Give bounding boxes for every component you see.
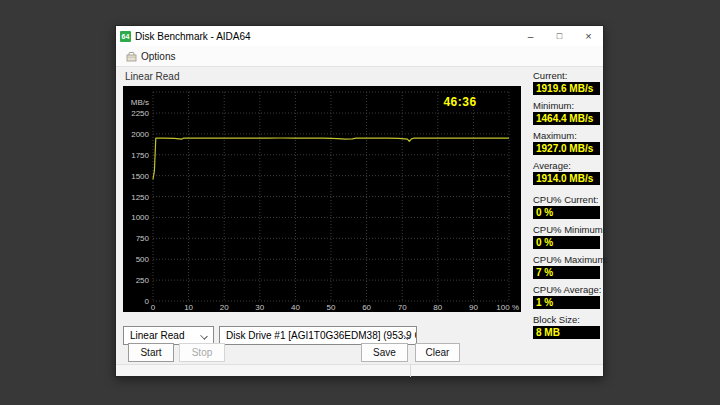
y-tick-label: 250 bbox=[136, 276, 150, 285]
close-button[interactable]: × bbox=[574, 26, 603, 46]
benchmark-content: Linear Read 2250200017501500125010007505… bbox=[116, 67, 603, 376]
benchmark-type-select-value: Linear Read bbox=[130, 330, 184, 341]
clear-button[interactable]: Clear bbox=[415, 343, 460, 362]
save-button[interactable]: Save bbox=[361, 343, 408, 362]
x-tick-label: 10 bbox=[184, 303, 193, 312]
y-tick-label: 750 bbox=[136, 234, 150, 243]
stat-label: CPU% Maximum: bbox=[533, 254, 600, 265]
x-tick-label: 100 % bbox=[496, 303, 519, 312]
y-tick-label: 1750 bbox=[131, 151, 149, 160]
benchmark-type-label: Linear Read bbox=[125, 71, 179, 82]
start-button[interactable]: Start bbox=[128, 343, 174, 362]
stat-group: CPU% Minimum:0 % bbox=[533, 224, 600, 249]
stat-label: CPU% Current: bbox=[533, 194, 600, 205]
chart-svg: 2250200017501500125010007505002500MB/s01… bbox=[123, 86, 521, 312]
x-tick-label: 70 bbox=[398, 303, 407, 312]
x-tick-label: 80 bbox=[433, 303, 442, 312]
stat-group: Minimum:1464.4 MB/s bbox=[533, 100, 600, 125]
stat-value-box: 1464.4 MB/s bbox=[533, 112, 600, 125]
stat-label: Minimum: bbox=[533, 100, 600, 111]
x-tick-label: 0 bbox=[151, 303, 156, 312]
stat-label: CPU% Average: bbox=[533, 284, 600, 295]
aida64-app-icon: 64 bbox=[120, 31, 131, 42]
status-bar-divider bbox=[410, 365, 411, 377]
disk-drive-select-value: Disk Drive #1 [AGI1T0G36EDM38] (953.9 GB… bbox=[226, 330, 417, 341]
stat-group: Average:1914.0 MB/s bbox=[533, 160, 600, 185]
title-bar[interactable]: 64 Disk Benchmark - AIDA64 – □ × bbox=[116, 26, 603, 46]
stat-value-box: 1927.0 MB/s bbox=[533, 142, 600, 155]
y-tick-label: 1500 bbox=[131, 172, 149, 181]
menu-bar: Options bbox=[116, 46, 603, 67]
stat-group: Current:1919.6 MB/s bbox=[533, 70, 600, 95]
stat-value-box: 0 % bbox=[533, 236, 600, 249]
stat-group: Maximum:1927.0 MB/s bbox=[533, 130, 600, 155]
window-title: Disk Benchmark - AIDA64 bbox=[135, 31, 251, 42]
disk-benchmark-window: 64 Disk Benchmark - AIDA64 – □ × Options… bbox=[115, 25, 604, 377]
stat-value-box: 1919.6 MB/s bbox=[533, 82, 600, 95]
menu-options-label: Options bbox=[141, 51, 175, 62]
y-tick-label: 500 bbox=[136, 255, 150, 264]
stats-panel: Current:1919.6 MB/sMinimum:1464.4 MB/sMa… bbox=[533, 70, 600, 344]
menu-options[interactable]: Options bbox=[122, 49, 179, 64]
x-tick-label: 50 bbox=[327, 303, 336, 312]
options-icon bbox=[126, 51, 137, 62]
window-controls: – □ × bbox=[516, 26, 603, 46]
minimize-button[interactable]: – bbox=[516, 26, 545, 46]
x-tick-label: 20 bbox=[220, 303, 229, 312]
y-tick-label: 0 bbox=[145, 297, 150, 306]
stat-group: CPU% Average:1 % bbox=[533, 284, 600, 309]
y-tick-label: 1000 bbox=[131, 213, 149, 222]
x-tick-label: 30 bbox=[255, 303, 264, 312]
y-tick-label: 2000 bbox=[131, 130, 149, 139]
stat-label: Maximum: bbox=[533, 130, 600, 141]
status-bar bbox=[116, 364, 603, 376]
stat-group: Block Size:8 MB bbox=[533, 314, 600, 339]
chevron-down-icon bbox=[200, 332, 208, 340]
x-tick-label: 40 bbox=[291, 303, 300, 312]
stat-value-box: 1914.0 MB/s bbox=[533, 172, 600, 185]
stat-group: CPU% Maximum:7 % bbox=[533, 254, 600, 279]
maximize-button[interactable]: □ bbox=[545, 26, 574, 46]
benchmark-chart: 2250200017501500125010007505002500MB/s01… bbox=[123, 86, 521, 312]
stat-label: Average: bbox=[533, 160, 600, 171]
x-tick-label: 60 bbox=[362, 303, 371, 312]
x-tick-label: 90 bbox=[469, 303, 478, 312]
y-tick-label: 2250 bbox=[131, 109, 149, 118]
stat-value-box: 1 % bbox=[533, 296, 600, 309]
y-axis-unit-label: MB/s bbox=[131, 98, 149, 107]
stat-label: CPU% Minimum: bbox=[533, 224, 600, 235]
stat-value-box: 0 % bbox=[533, 206, 600, 219]
stop-button[interactable]: Stop bbox=[179, 343, 225, 362]
stat-value-box: 8 MB bbox=[533, 326, 600, 339]
stat-group: CPU% Current:0 % bbox=[533, 194, 600, 219]
elapsed-time-label: 46:36 bbox=[443, 95, 476, 109]
stat-label: Current: bbox=[533, 70, 600, 81]
stat-label: Block Size: bbox=[533, 314, 600, 325]
stat-value-box: 7 % bbox=[533, 266, 600, 279]
y-tick-label: 1250 bbox=[131, 193, 149, 202]
